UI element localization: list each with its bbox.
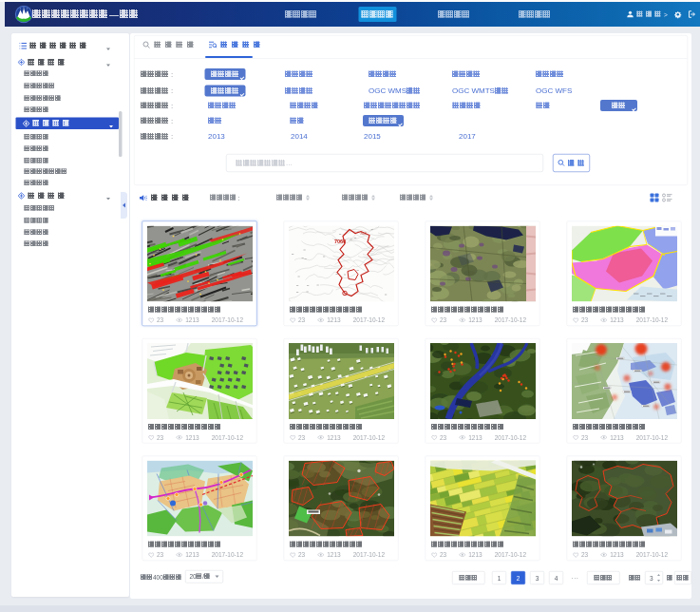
svg-text:7060: 7060 (334, 239, 346, 244)
svg-text:764: 764 (360, 231, 367, 236)
